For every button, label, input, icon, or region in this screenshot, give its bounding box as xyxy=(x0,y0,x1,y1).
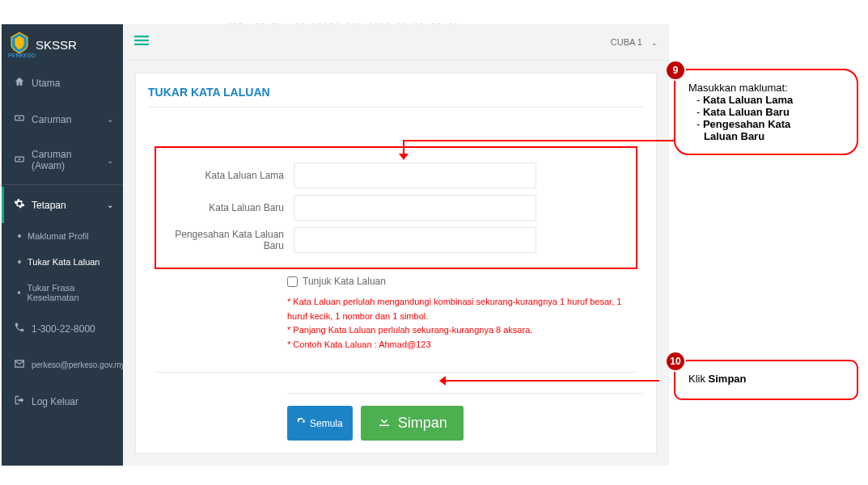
annotation-badge-9: 9 xyxy=(665,60,686,81)
new-password-input[interactable] xyxy=(294,195,536,221)
annotation-9-title: Masukkan maklumat: xyxy=(688,82,844,94)
confirm-password-label: Pengesahan Kata Laluan Baru xyxy=(164,229,294,251)
money-icon xyxy=(14,154,25,167)
sub-tukar-kata-laluan[interactable]: Tukar Kata Laluan xyxy=(2,249,123,275)
phone-icon xyxy=(14,322,25,335)
user-dropdown[interactable]: CUBA 1 ⌄ xyxy=(611,37,658,47)
nav-utama-label: Utama xyxy=(32,78,60,89)
sub-tukar-frasa[interactable]: Tukar Frasa Keselamatan xyxy=(2,275,123,310)
nav-phone-label: 1-300-22-8000 xyxy=(32,323,95,335)
sub-tukar-kata-laluan-label: Tukar Kata Laluan xyxy=(28,257,100,267)
svg-rect-6 xyxy=(134,44,149,45)
nav-caruman-awam-label: Caruman (Awam) xyxy=(32,149,107,171)
chevron-down-icon: ⌄ xyxy=(107,156,113,165)
annotation-9-item1: Kata Laluan Lama xyxy=(703,94,793,106)
annotation-arrow-9-head xyxy=(399,154,409,160)
annotation-arrow-10-line xyxy=(445,380,659,382)
home-icon xyxy=(14,76,25,90)
bullet-icon xyxy=(18,260,21,264)
money-icon xyxy=(14,112,25,126)
annotation-badge-10: 10 xyxy=(665,351,686,372)
user-dropdown-label: CUBA 1 xyxy=(611,37,642,47)
save-button[interactable]: Simpan xyxy=(361,406,464,441)
chevron-down-icon: ⌄ xyxy=(107,200,113,209)
svg-point-1 xyxy=(19,117,20,119)
download-icon xyxy=(377,414,392,432)
annotation-callout-10: 10 Klik Simpan xyxy=(674,360,858,400)
nav-tetapan[interactable]: Tetapan ⌄ xyxy=(2,187,123,223)
chevron-down-icon: ⌄ xyxy=(107,115,113,124)
chevron-down-icon: ⌄ xyxy=(651,39,658,47)
annotation-9-item3b: Laluan Baru xyxy=(704,130,764,142)
app-title: SKSSR xyxy=(36,38,77,52)
confirm-password-input[interactable] xyxy=(294,227,536,253)
envelope-icon xyxy=(14,358,25,372)
nav-logout[interactable]: Log Keluar xyxy=(2,383,123,420)
sidebar: PERKESO SKSSR Utama Caruman ⌄ Caruman (A… xyxy=(2,24,123,466)
nav-divider xyxy=(2,184,123,185)
tetapan-submenu: Maklumat Profil Tukar Kata Laluan Tukar … xyxy=(2,223,123,310)
nav-caruman-label: Caruman xyxy=(32,114,71,125)
password-rule-2: * Panjang Kata Laluan perlulah sekurang-… xyxy=(287,323,644,338)
annotation-10-text-bold: Simpan xyxy=(709,373,747,385)
panel-title: TUKAR KATA LALUAN xyxy=(148,86,644,108)
nav-email[interactable]: perkeso@perkeso.gov.my xyxy=(2,347,123,383)
reset-button-label: Semula xyxy=(310,418,343,429)
nav-caruman-awam[interactable]: Caruman (Awam) ⌄ xyxy=(2,137,123,183)
password-rule-1: * Kata Laluan perlulah mengandungi kombi… xyxy=(287,295,644,323)
reset-button[interactable]: Semula xyxy=(287,406,353,441)
nav-utama[interactable]: Utama xyxy=(2,65,123,101)
nav-logout-label: Log Keluar xyxy=(32,396,78,407)
sub-tukar-frasa-label: Tukar Frasa Keselamatan xyxy=(27,283,113,302)
perkeso-logo: PERKESO xyxy=(8,32,36,58)
password-form-highlight: Kata Laluan Lama Kata Laluan Baru Penges… xyxy=(156,148,636,268)
change-password-panel: TUKAR KATA LALUAN Kata Laluan Lama Kata … xyxy=(135,73,657,453)
annotation-9-item3a: Pengesahan Kata xyxy=(703,118,790,130)
main-content: TUKAR KATA LALUAN Kata Laluan Lama Kata … xyxy=(123,61,669,466)
logout-icon xyxy=(14,394,25,408)
svg-rect-5 xyxy=(134,40,149,41)
button-row-separator xyxy=(156,372,636,373)
sub-maklumat-profil-label: Maklumat Profil xyxy=(28,231,89,241)
hamburger-button[interactable] xyxy=(134,33,149,51)
svg-rect-4 xyxy=(134,36,149,37)
sub-maklumat-profil[interactable]: Maklumat Profil xyxy=(2,223,123,249)
password-rules: * Kata Laluan perlulah mengandungi kombi… xyxy=(287,295,644,352)
bullet-icon xyxy=(18,291,20,294)
annotation-10-text-prefix: Klik xyxy=(688,373,709,385)
nav-tetapan-label: Tetapan xyxy=(32,200,66,211)
annotation-arrow-9-line-h xyxy=(403,140,674,141)
save-button-label: Simpan xyxy=(398,415,447,432)
nav-phone[interactable]: 1-300-22-8000 xyxy=(2,310,123,347)
sidebar-header: PERKESO SKSSR xyxy=(2,24,123,65)
refresh-icon xyxy=(297,418,306,429)
password-rule-3: * Contoh Kata Laluan : Ahmad@123 xyxy=(287,338,644,352)
nav-caruman[interactable]: Caruman ⌄ xyxy=(2,101,123,137)
annotation-callout-9: 9 Masukkan maklumat: Kata Laluan Lama Ka… xyxy=(674,69,858,155)
old-password-label: Kata Laluan Lama xyxy=(164,170,294,181)
show-password-checkbox[interactable] xyxy=(287,276,298,287)
annotation-arrow-10-head xyxy=(439,376,446,386)
bullet-icon xyxy=(18,234,21,238)
topbar: CUBA 1 ⌄ xyxy=(123,24,669,61)
gear-icon xyxy=(14,198,25,212)
svg-point-3 xyxy=(19,158,20,159)
new-password-label: Kata Laluan Baru xyxy=(164,202,294,213)
annotation-9-item2: Kata Laluan Baru xyxy=(703,106,790,118)
nav-email-label: perkeso@perkeso.gov.my xyxy=(32,361,125,369)
old-password-input[interactable] xyxy=(294,162,536,188)
show-password-label: Tunjuk Kata Laluan xyxy=(303,276,386,287)
